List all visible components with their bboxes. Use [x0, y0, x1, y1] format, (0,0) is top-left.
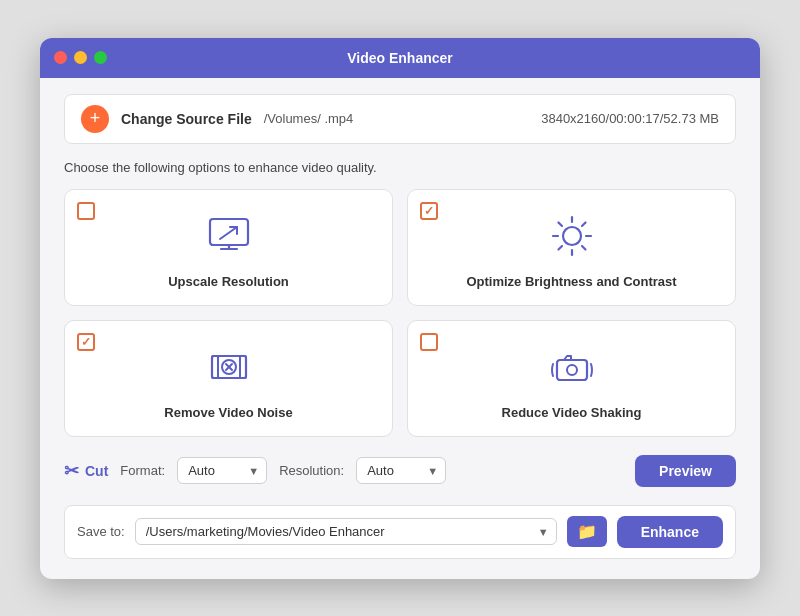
app-window: Video Enhancer + Change Source File /Vol…: [40, 38, 760, 579]
browse-folder-button[interactable]: 📁: [567, 516, 607, 547]
add-source-button[interactable]: +: [81, 105, 109, 133]
brightness-label: Optimize Brightness and Contrast: [466, 274, 676, 289]
option-stabilize[interactable]: Reduce Video Shaking: [407, 320, 736, 437]
svg-line-11: [582, 222, 586, 226]
save-path-wrapper: ▼: [135, 518, 557, 545]
resolution-select[interactable]: Auto 720p 1080p 4K: [356, 457, 446, 484]
camera-shake-icon: [544, 339, 600, 395]
brightness-checkbox[interactable]: ✓: [420, 202, 438, 220]
svg-line-10: [582, 246, 586, 250]
format-select-wrapper: Auto MP4 MOV AVI MKV ▼: [177, 457, 267, 484]
noise-checkbox[interactable]: ✓: [77, 333, 95, 351]
enhance-button[interactable]: Enhance: [617, 516, 723, 548]
svg-point-4: [563, 227, 581, 245]
format-label: Format:: [120, 463, 165, 478]
titlebar: Video Enhancer: [40, 38, 760, 78]
resolution-label: Resolution:: [279, 463, 344, 478]
check-icon: ✓: [81, 336, 91, 348]
monitor-upscale-icon: [201, 208, 257, 264]
folder-icon: 📁: [577, 522, 597, 541]
svg-line-12: [558, 246, 562, 250]
stabilize-checkbox[interactable]: [420, 333, 438, 351]
close-button[interactable]: [54, 51, 67, 64]
window-controls: [54, 51, 107, 64]
window-title: Video Enhancer: [347, 50, 453, 66]
svg-line-9: [558, 222, 562, 226]
change-source-label: Change Source File: [121, 111, 252, 127]
cut-button[interactable]: ✂ Cut: [64, 460, 108, 482]
scissors-icon: ✂: [64, 460, 79, 482]
bottom-bar: Save to: ▼ 📁 Enhance: [64, 505, 736, 559]
brightness-icon: [544, 208, 600, 264]
save-to-label: Save to:: [77, 524, 125, 539]
resolution-select-wrapper: Auto 720p 1080p 4K ▼: [356, 457, 446, 484]
main-content: + Change Source File /Volumes/ .mp4 3840…: [40, 78, 760, 579]
toolbar: ✂ Cut Format: Auto MP4 MOV AVI MKV ▼ Res…: [64, 455, 736, 487]
preview-button[interactable]: Preview: [635, 455, 736, 487]
check-icon: ✓: [424, 205, 434, 217]
stabilize-label: Reduce Video Shaking: [502, 405, 642, 420]
svg-rect-15: [240, 356, 246, 378]
options-grid: Upscale Resolution ✓: [64, 189, 736, 437]
upscale-checkbox[interactable]: [77, 202, 95, 220]
option-brightness[interactable]: ✓ Optimize Brightness and: [407, 189, 736, 306]
svg-line-3: [220, 227, 237, 239]
maximize-button[interactable]: [94, 51, 107, 64]
noise-label: Remove Video Noise: [164, 405, 292, 420]
film-noise-icon: [201, 339, 257, 395]
svg-point-22: [567, 365, 577, 375]
hint-text: Choose the following options to enhance …: [64, 160, 736, 175]
save-path-input[interactable]: [135, 518, 557, 545]
svg-rect-21: [557, 360, 587, 380]
minimize-button[interactable]: [74, 51, 87, 64]
source-bar: + Change Source File /Volumes/ .mp4 3840…: [64, 94, 736, 144]
cut-label: Cut: [85, 463, 108, 479]
source-path: /Volumes/ .mp4: [264, 111, 529, 126]
source-meta: 3840x2160/00:00:17/52.73 MB: [541, 111, 719, 126]
upscale-label: Upscale Resolution: [168, 274, 289, 289]
option-noise[interactable]: ✓ Remove Video Noise: [64, 320, 393, 437]
format-select[interactable]: Auto MP4 MOV AVI MKV: [177, 457, 267, 484]
option-upscale[interactable]: Upscale Resolution: [64, 189, 393, 306]
svg-rect-14: [212, 356, 218, 378]
